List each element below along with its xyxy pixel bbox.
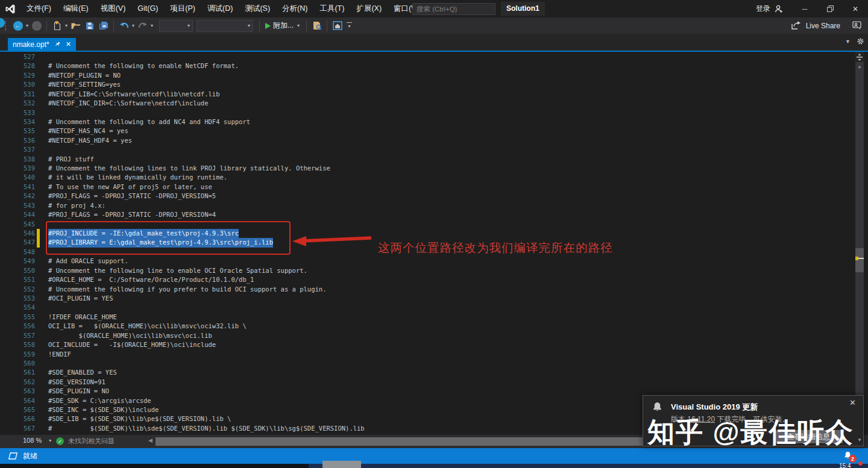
code-line[interactable]: 533 [0, 108, 365, 117]
modified-line-marker [37, 90, 40, 99]
code-line[interactable]: 560 [0, 359, 365, 368]
code-line[interactable]: 534# Uncomment the following to add NC4 … [0, 117, 365, 126]
open-documents-dropdown[interactable]: ▼ [844, 39, 852, 45]
code-line[interactable]: 562#SDE_VERSION=91 [0, 378, 365, 387]
sign-in-button[interactable]: 登录 [756, 4, 770, 14]
code-line[interactable]: 541# To use the new API of proj5 or late… [0, 183, 365, 192]
code-text: OCI_INCLUDE = -I$(ORACLE_HOME)\oci\inclu… [48, 340, 216, 349]
platform-dropdown[interactable]: ▾ [197, 20, 253, 32]
toolbar-grip[interactable] [5, 21, 7, 31]
close-button[interactable]: ✕ [843, 0, 868, 17]
taskbar-app-indicator[interactable] [322, 461, 361, 468]
document-health-indicator[interactable]: ✓ 未找到相关问题 [56, 437, 115, 446]
code-line[interactable]: 551#ORACLE_HOME = C:/Software/Oracle/Pro… [0, 275, 365, 284]
menu-item-5[interactable]: 调试(D) [201, 0, 239, 17]
code-line[interactable]: 543# for proj 4.x: [0, 201, 365, 210]
menu-item-8[interactable]: 工具(T) [313, 0, 350, 17]
code-line[interactable]: 559!ENDIF [0, 350, 365, 359]
code-line[interactable]: 531#NETCDF_LIB=C:\Software\netcdf\lib\ne… [0, 90, 365, 99]
code-line[interactable]: 536#NETCDF_HAS_HDF4 = yes [0, 136, 365, 145]
attach-button[interactable]: 附加... ▾ [263, 19, 303, 33]
pin-icon[interactable] [55, 41, 61, 48]
menu-item-6[interactable]: 测试(S) [239, 0, 276, 17]
redo-button[interactable] [136, 19, 149, 33]
save-all-button[interactable] [96, 19, 110, 33]
code-line[interactable]: 556OCI_LIB = $(ORACLE_HOME)\oci\lib\msvc… [0, 322, 365, 331]
new-file-dropdown[interactable]: ▾ [64, 23, 69, 28]
code-line[interactable]: 537 [0, 145, 365, 154]
new-file-button[interactable] [50, 19, 64, 33]
menu-item-7[interactable]: 分析(N) [276, 0, 313, 17]
code-line[interactable]: 561#SDE_ENABLED = YES [0, 368, 365, 377]
scrollbar-up-icon[interactable]: ▲ [855, 64, 864, 69]
search-input[interactable] [413, 5, 513, 13]
h-scroll-left-icon[interactable]: ◀ [148, 437, 153, 443]
code-line[interactable]: 553#OCI_PLUGIN = YES [0, 294, 365, 303]
background-tasks-icon[interactable] [7, 452, 18, 460]
notifications-bell-button[interactable]: 2 [843, 451, 852, 460]
live-share-icon[interactable] [791, 21, 801, 30]
open-file-button[interactable] [69, 19, 83, 33]
menu-item-2[interactable]: 视图(V) [95, 0, 132, 17]
menu-item-0[interactable]: 文件(F) [20, 0, 57, 17]
code-line[interactable]: 538# PROJ stuff [0, 155, 365, 164]
navigate-forward-button[interactable]: → [30, 19, 43, 33]
feedback-icon[interactable] [852, 21, 862, 30]
menu-item-9[interactable]: 扩展(X) [350, 0, 388, 17]
editor-gear-icon[interactable] [857, 37, 864, 45]
code-line[interactable]: 544#PROJ_FLAGS = -DPROJ_STATIC -DPROJ_VE… [0, 210, 365, 219]
menu-item-3[interactable]: Git(G) [131, 0, 164, 17]
restore-button[interactable] [817, 0, 843, 17]
account-icon[interactable] [774, 4, 784, 14]
menu-item-4[interactable]: 项目(P) [164, 0, 201, 17]
scrollbar-down-icon[interactable]: ▼ [855, 437, 864, 443]
code-line[interactable]: 567# $(SDE_SDK)\lib\sde$(SDE_VERSION).li… [0, 424, 365, 433]
code-line[interactable]: 527 [0, 52, 365, 61]
code-line[interactable]: 566#SDE_LIB = $(SDE_SDK)\lib\pe$(SDE_VER… [0, 414, 365, 423]
navigate-back-button[interactable]: ← [11, 19, 25, 33]
code-line[interactable]: 565#SDE_INC = $(SDE_SDK)\include [0, 405, 365, 414]
code-line[interactable]: 529#NETCDF_PLUGIN = NO [0, 71, 365, 80]
notification-close-icon[interactable]: ✕ [849, 398, 856, 407]
code-line[interactable]: 539# Uncomment the following lines to li… [0, 164, 365, 173]
editor-splitter-handle[interactable] [855, 52, 864, 62]
code-line[interactable]: 557 $(ORACLE_HOME)\oci\lib\msvc\oci.lib [0, 331, 365, 340]
solution-explorer-home-button[interactable] [330, 19, 344, 33]
document-tab[interactable]: nmake.opt* ✕ [8, 38, 76, 51]
code-line[interactable]: 554 [0, 303, 365, 312]
save-button[interactable] [83, 19, 96, 33]
tab-close-icon[interactable]: ✕ [66, 40, 71, 48]
line-number: 544 [0, 210, 35, 219]
vertical-scrollbar-thumb[interactable] [855, 248, 864, 272]
minimize-button[interactable]: ─ [792, 0, 817, 17]
quick-search-box[interactable] [412, 3, 495, 15]
configuration-dropdown[interactable]: ▾ [159, 20, 193, 32]
live-share-button[interactable]: Live Share [806, 22, 840, 30]
code-text: #NETCDF_HAS_NC4 = yes [48, 126, 128, 136]
line-number: 546 [0, 229, 35, 238]
undo-dropdown[interactable]: ▾ [131, 23, 136, 28]
find-in-files-button[interactable] [310, 19, 324, 33]
modified-line-marker [37, 155, 40, 164]
navigate-back-dropdown[interactable]: ▾ [25, 23, 30, 28]
toolbar-overflow-button[interactable]: ▾ [347, 22, 352, 30]
code-line[interactable]: 549# Add ORACLE support. [0, 257, 365, 266]
code-line[interactable]: 563#SDE_PLUGIN = NO [0, 387, 365, 396]
code-line[interactable]: 550# Uncomment the following line to ena… [0, 266, 365, 275]
menu-item-1[interactable]: 编辑(E) [57, 0, 95, 17]
code-line[interactable]: 540# it will be linked dynamically durin… [0, 173, 365, 182]
code-line[interactable]: 532#NETCDF_INC_DIR=C:\Software\netcdf\in… [0, 99, 365, 108]
code-line[interactable]: 558OCI_INCLUDE = -I$(ORACLE_HOME)\oci\in… [0, 340, 365, 349]
modified-line-marker [37, 396, 40, 405]
code-line[interactable]: 564#SDE_SDK = C:\arcgis\arcsde [0, 396, 365, 405]
code-line[interactable]: 555!IFDEF ORACLE_HOME [0, 313, 365, 322]
vertical-scrollbar[interactable]: ▲ [855, 52, 864, 435]
code-line[interactable]: 552# Uncomment the following if you pref… [0, 285, 365, 294]
code-line[interactable]: 528# Uncomment the following to enable N… [0, 61, 365, 70]
zoom-level-select[interactable]: 108 %▾ [23, 437, 52, 444]
undo-button[interactable] [117, 19, 131, 33]
code-line[interactable]: 530#NETCDF_SETTING=yes [0, 80, 365, 89]
code-line[interactable]: 535#NETCDF_HAS_NC4 = yes [0, 126, 365, 136]
redo-dropdown[interactable]: ▾ [149, 23, 154, 28]
code-line[interactable]: 542#PROJ_FLAGS = -DPROJ_STATIC -DPROJ_VE… [0, 192, 365, 201]
